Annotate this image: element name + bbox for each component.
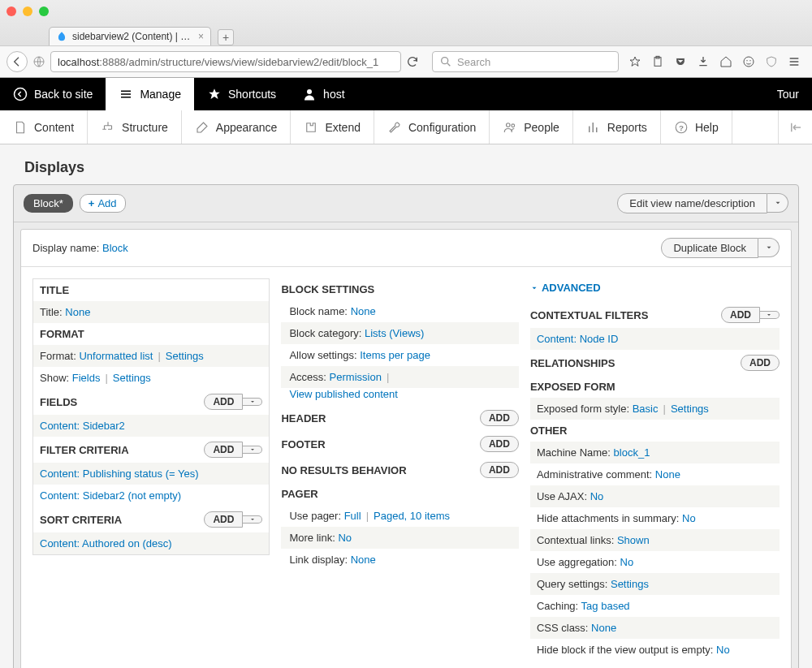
star-icon[interactable] [628, 55, 641, 68]
download-icon[interactable] [697, 55, 710, 68]
user-menu[interactable]: host [289, 78, 357, 110]
menu-structure[interactable]: Structure [88, 110, 182, 144]
header-add-button[interactable]: Add [480, 410, 519, 426]
exposed-form-value[interactable]: Basic [633, 403, 659, 415]
cf-add-button[interactable]: Add [721, 307, 760, 323]
show-settings-link[interactable]: Settings [113, 372, 151, 384]
block-name-value[interactable]: None [351, 305, 376, 317]
footer-add-button[interactable]: Add [480, 436, 519, 452]
show-value[interactable]: Fields [72, 372, 101, 384]
hide-attachments-value[interactable]: No [682, 512, 696, 524]
block-settings-header: BLOCK SETTINGS [281, 278, 518, 300]
menu-appearance-label: Appearance [216, 121, 278, 134]
filter-add-dropdown[interactable] [243, 446, 262, 454]
svg-point-4 [744, 57, 754, 67]
menu-configuration[interactable]: Configuration [374, 110, 490, 144]
maximize-window-icon[interactable] [39, 6, 49, 16]
query-settings-value[interactable]: Settings [611, 578, 649, 590]
edit-view-dropdown[interactable] [767, 193, 788, 213]
contextual-filter-item[interactable]: Content: Node ID [537, 333, 618, 345]
fields-header: FIELDS [40, 396, 77, 408]
shortcuts-label: Shortcuts [228, 88, 276, 101]
filter-add-button[interactable]: Add [204, 442, 243, 458]
collapse-menu-button[interactable] [778, 110, 812, 144]
allow-settings-label: Allow settings: [289, 349, 356, 361]
url-path: :8888/admin/structure/views/view/sidebar… [99, 56, 378, 68]
clipboard-icon[interactable] [651, 55, 664, 68]
hide-empty-label: Hide block if the view output is empty: [537, 644, 714, 656]
menu-people[interactable]: People [490, 110, 573, 144]
face-icon[interactable] [742, 55, 755, 68]
admin-comment-value[interactable]: None [655, 468, 680, 481]
menu-reports[interactable]: Reports [573, 110, 661, 144]
tab-close-icon[interactable]: × [198, 31, 204, 42]
close-window-icon[interactable] [6, 6, 16, 16]
back-button[interactable] [6, 51, 28, 72]
pocket-icon[interactable] [674, 55, 687, 68]
use-ajax-label: Use AJAX: [537, 490, 587, 502]
reload-button[interactable] [406, 55, 427, 68]
arrow-left-icon [11, 55, 24, 68]
allow-settings-value[interactable]: Items per page [360, 349, 430, 361]
cf-add-dropdown[interactable] [760, 311, 780, 319]
display-tab-block[interactable]: Block* [24, 194, 73, 213]
format-settings-link[interactable]: Settings [166, 350, 204, 362]
use-aggregation-value[interactable]: No [620, 556, 634, 568]
filter-item[interactable]: Content: Publishing status (= Yes) [40, 468, 198, 480]
title-value[interactable]: None [65, 306, 90, 318]
menu-extend[interactable]: Extend [291, 110, 374, 144]
home-icon[interactable] [719, 55, 732, 68]
browser-search[interactable]: Search [432, 51, 619, 72]
field-item[interactable]: Content: Sidebar2 [40, 420, 125, 432]
person-icon [302, 87, 317, 101]
filter-item[interactable]: Content: Sidebar2 (not empty) [40, 489, 181, 502]
advanced-toggle[interactable]: ADVANCED [530, 278, 780, 302]
machine-name-value[interactable]: block_1 [614, 446, 650, 459]
css-class-value[interactable]: None [591, 622, 616, 634]
manage-toggle[interactable]: Manage [106, 78, 194, 110]
block-category-value[interactable]: Lists (Views) [365, 327, 424, 339]
contextual-links-value[interactable]: Shown [617, 534, 650, 546]
tour-button[interactable]: ? Tour [759, 88, 812, 101]
menu-content[interactable]: Content [0, 110, 88, 144]
title-label: Title: [40, 306, 63, 318]
edit-view-name-button[interactable]: Edit view name/description [617, 193, 767, 213]
fields-add-dropdown[interactable] [243, 398, 262, 406]
format-value[interactable]: Unformatted list [79, 350, 153, 362]
url-bar[interactable]: localhost:8888/admin/structure/views/vie… [50, 51, 401, 72]
shortcuts-toggle[interactable]: Shortcuts [194, 78, 289, 110]
star-icon [207, 87, 222, 101]
pager-header: PAGER [281, 483, 518, 505]
duplicate-block-button[interactable]: Duplicate Block [661, 238, 758, 258]
shield-icon[interactable] [765, 55, 778, 68]
access-value[interactable]: Permission [330, 371, 382, 383]
duplicate-block-dropdown[interactable] [758, 238, 780, 257]
hide-empty-value[interactable]: No [716, 644, 730, 656]
new-tab-button[interactable]: + [218, 29, 234, 45]
sort-add-dropdown[interactable] [243, 515, 262, 524]
sort-add-button[interactable]: Add [204, 511, 243, 528]
format-header: FORMAT [33, 323, 269, 345]
use-ajax-value[interactable]: No [590, 490, 604, 502]
access-detail[interactable]: View published content [289, 388, 397, 400]
rel-add-button[interactable]: Add [741, 355, 780, 371]
menu-help[interactable]: ?Help [661, 110, 732, 144]
add-display-button[interactable]: +Add [80, 194, 126, 213]
display-name-link[interactable]: Block [102, 242, 128, 254]
menu-icon[interactable] [788, 55, 801, 68]
minimize-window-icon[interactable] [23, 6, 32, 16]
fields-add-button[interactable]: Add [204, 394, 243, 410]
link-display-value[interactable]: None [351, 554, 376, 566]
chevron-down-icon [249, 446, 256, 453]
caching-value[interactable]: Tag based [581, 600, 630, 612]
more-link-value[interactable]: No [338, 532, 352, 544]
back-to-site[interactable]: Back to site [0, 78, 106, 110]
use-pager-value[interactable]: Full [344, 510, 361, 522]
noresults-add-button[interactable]: Add [480, 462, 519, 478]
menu-appearance[interactable]: Appearance [182, 110, 292, 144]
browser-tab[interactable]: sidebarview2 (Content) | H... × [49, 27, 211, 45]
pager-detail[interactable]: Paged, 10 items [374, 510, 450, 522]
exposed-form-settings[interactable]: Settings [671, 403, 709, 415]
sort-item[interactable]: Content: Authored on (desc) [40, 537, 172, 549]
search-icon [439, 55, 452, 68]
